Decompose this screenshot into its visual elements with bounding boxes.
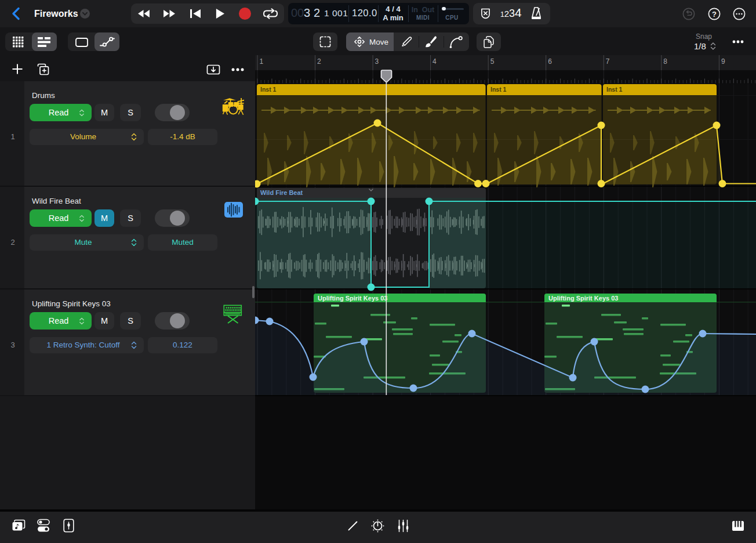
svg-text:Inst 1: Inst 1 [606, 86, 623, 93]
svg-text:3: 3 [375, 57, 379, 66]
svg-text:Inst 1: Inst 1 [490, 86, 507, 93]
svg-text:4: 4 [432, 57, 437, 66]
svg-text:2: 2 [317, 57, 321, 66]
svg-text:5: 5 [490, 57, 495, 66]
svg-text:8: 8 [663, 57, 667, 66]
svg-text:Inst 1: Inst 1 [260, 86, 277, 93]
svg-text:Uplifting Spirit Keys 03: Uplifting Spirit Keys 03 [318, 295, 387, 302]
svg-text:6: 6 [548, 57, 552, 66]
svg-text:Wild Fire Beat: Wild Fire Beat [260, 189, 303, 196]
svg-text:9: 9 [721, 57, 725, 66]
svg-text:?: ? [712, 10, 717, 19]
svg-text:1: 1 [260, 57, 264, 66]
svg-text:7: 7 [606, 57, 610, 66]
svg-text:Uplifting Spirit Keys 03: Uplifting Spirit Keys 03 [548, 295, 618, 302]
